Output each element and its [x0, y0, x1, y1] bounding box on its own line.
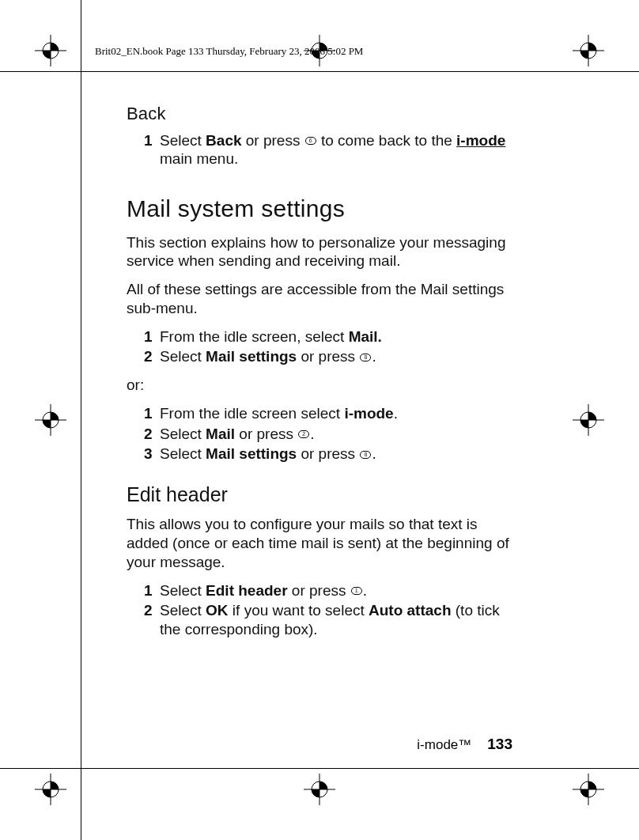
step-text: Select Mail or press .: [160, 425, 512, 444]
step-text: Select Back or press to come back to the…: [160, 131, 512, 169]
section-heading-back: Back: [127, 103, 512, 125]
footer-section-label: i-mode™: [417, 737, 471, 753]
crop-mark-icon: [304, 774, 335, 805]
list-item: 1 From the idle screen, select Mail.: [144, 327, 512, 346]
key-icon: [298, 430, 309, 438]
step-number: 1: [144, 327, 155, 346]
list-item: 1 From the idle screen select i-mode.: [144, 404, 512, 423]
crop-mark-icon: [573, 404, 604, 436]
section-heading-edit-header: Edit header: [127, 482, 512, 507]
paragraph: This section explains how to personalize…: [127, 233, 512, 271]
list-item: 1 Select Edit header or press .: [144, 581, 512, 600]
steps-edit-header: 1 Select Edit header or press . 2 Select…: [127, 581, 512, 639]
list-item: 3 Select Mail settings or press .: [144, 445, 512, 464]
step-number: 3: [144, 445, 155, 464]
frame-line: [0, 71, 639, 72]
step-number: 1: [144, 131, 155, 169]
crop-mark-icon: [35, 774, 66, 805]
crop-mark-icon: [35, 35, 66, 66]
or-label: or:: [127, 376, 512, 395]
page-number: 133: [487, 736, 512, 753]
step-text: Select Edit header or press .: [160, 581, 512, 600]
key-icon: [360, 451, 371, 459]
frame-line: [81, 0, 81, 840]
steps-back: 1 Select Back or press to come back to t…: [127, 131, 512, 169]
list-item: 2 Select Mail settings or press .: [144, 347, 512, 366]
key-icon: [305, 137, 316, 145]
step-text: Select Mail settings or press .: [160, 445, 512, 464]
list-item: 2 Select Mail or press .: [144, 425, 512, 444]
crop-mark-icon: [573, 35, 604, 66]
step-number: 2: [144, 425, 155, 444]
paragraph: This allows you to configure your mails …: [127, 515, 512, 571]
step-text: Select Mail settings or press .: [160, 347, 512, 366]
key-icon: [351, 587, 362, 595]
step-number: 2: [144, 347, 155, 366]
step-text: Select OK if you want to select Auto att…: [160, 601, 512, 639]
steps-mail-b: 1 From the idle screen select i-mode. 2 …: [127, 404, 512, 464]
step-text: From the idle screen select i-mode.: [160, 404, 512, 423]
step-text: From the idle screen, select Mail.: [160, 327, 512, 346]
section-heading-mail-settings: Mail system settings: [127, 194, 512, 224]
step-number: 2: [144, 601, 155, 639]
list-item: 1 Select Back or press to come back to t…: [144, 131, 512, 169]
frame-line: [0, 768, 639, 769]
page-footer: i-mode™ 133: [417, 736, 512, 753]
running-header: Brit02_EN.book Page 133 Thursday, Februa…: [95, 45, 363, 58]
crop-mark-icon: [35, 404, 66, 436]
page-content: Back 1 Select Back or press to come back…: [127, 103, 512, 649]
step-number: 1: [144, 581, 155, 600]
key-icon: [360, 354, 371, 361]
list-item: 2 Select OK if you want to select Auto a…: [144, 601, 512, 639]
steps-mail-a: 1 From the idle screen, select Mail. 2 S…: [127, 327, 512, 367]
crop-mark-icon: [573, 774, 604, 805]
paragraph: All of these settings are accessible fro…: [127, 280, 512, 318]
step-number: 1: [144, 404, 155, 423]
